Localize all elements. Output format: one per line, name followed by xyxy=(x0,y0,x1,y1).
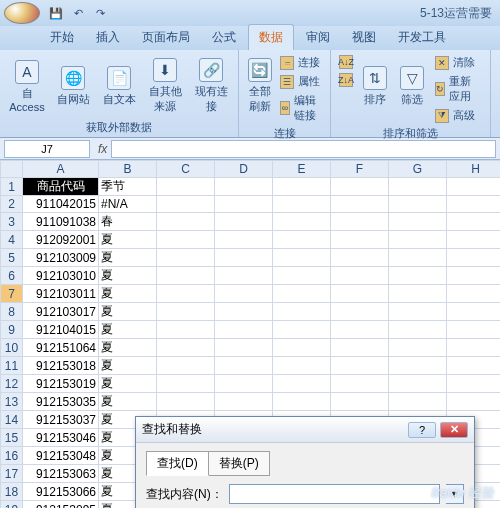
cell[interactable]: 夏 xyxy=(99,321,157,339)
cell[interactable] xyxy=(273,357,331,375)
cell[interactable]: 912153018 xyxy=(23,357,99,375)
cell[interactable]: 夏 xyxy=(99,231,157,249)
cell[interactable] xyxy=(157,303,215,321)
tab-home[interactable]: 开始 xyxy=(40,25,84,50)
row-header[interactable]: 19 xyxy=(1,501,23,509)
cell[interactable]: 夏 xyxy=(99,357,157,375)
cell[interactable] xyxy=(447,285,501,303)
cell[interactable] xyxy=(215,375,273,393)
cell[interactable] xyxy=(215,267,273,285)
cell[interactable] xyxy=(157,357,215,375)
cell[interactable] xyxy=(273,375,331,393)
cell[interactable] xyxy=(389,339,447,357)
cell[interactable] xyxy=(447,178,501,196)
cell[interactable] xyxy=(331,231,389,249)
cell[interactable]: 912151064 xyxy=(23,339,99,357)
cell[interactable]: 912153048 xyxy=(23,447,99,465)
cell[interactable] xyxy=(215,285,273,303)
name-box[interactable]: J7 xyxy=(4,140,90,158)
row-header[interactable]: 16 xyxy=(1,447,23,465)
cell[interactable]: 夏 xyxy=(99,339,157,357)
cell[interactable] xyxy=(157,339,215,357)
cell[interactable] xyxy=(389,249,447,267)
cell[interactable]: 911042015 xyxy=(23,196,99,213)
fx-icon[interactable]: fx xyxy=(94,142,111,156)
cell[interactable] xyxy=(447,375,501,393)
row-header[interactable]: 2 xyxy=(1,196,23,213)
tab-data[interactable]: 数据 xyxy=(248,24,294,50)
cell[interactable] xyxy=(389,321,447,339)
cell[interactable] xyxy=(389,375,447,393)
office-button[interactable] xyxy=(4,2,40,24)
cell[interactable] xyxy=(331,339,389,357)
cell[interactable] xyxy=(331,285,389,303)
tab-review[interactable]: 审阅 xyxy=(296,25,340,50)
cell[interactable]: 912153095 xyxy=(23,501,99,509)
cell[interactable] xyxy=(157,393,215,411)
cell[interactable]: #N/A xyxy=(99,196,157,213)
tab-insert[interactable]: 插入 xyxy=(86,25,130,50)
from-text-button[interactable]: 📄自文本 xyxy=(98,54,140,118)
cell[interactable]: 春 xyxy=(99,213,157,231)
qat-save[interactable]: 💾 xyxy=(48,5,64,21)
cell[interactable] xyxy=(273,267,331,285)
connections-button[interactable]: ⎓连接 xyxy=(278,54,324,71)
row-header[interactable]: 12 xyxy=(1,375,23,393)
col-header-E[interactable]: E xyxy=(273,161,331,178)
cell[interactable] xyxy=(215,213,273,231)
cell[interactable] xyxy=(389,393,447,411)
cell[interactable] xyxy=(331,249,389,267)
row-header[interactable]: 17 xyxy=(1,465,23,483)
row-header[interactable]: 4 xyxy=(1,231,23,249)
cell[interactable] xyxy=(157,375,215,393)
cell[interactable] xyxy=(215,339,273,357)
cell[interactable] xyxy=(447,267,501,285)
cell[interactable] xyxy=(389,303,447,321)
cell[interactable] xyxy=(389,267,447,285)
cell[interactable] xyxy=(157,285,215,303)
cell[interactable] xyxy=(273,196,331,213)
qat-redo[interactable]: ↷ xyxy=(92,5,108,21)
cell[interactable]: 912153066 xyxy=(23,483,99,501)
tab-formula[interactable]: 公式 xyxy=(202,25,246,50)
cell[interactable] xyxy=(273,321,331,339)
cell[interactable]: 911091038 xyxy=(23,213,99,231)
cell[interactable] xyxy=(215,321,273,339)
cell[interactable]: 季节 xyxy=(99,178,157,196)
cell[interactable]: 夏 xyxy=(99,375,157,393)
cell[interactable]: 夏 xyxy=(99,249,157,267)
row-header[interactable]: 14 xyxy=(1,411,23,429)
row-header[interactable]: 11 xyxy=(1,357,23,375)
row-header[interactable]: 18 xyxy=(1,483,23,501)
cell[interactable] xyxy=(447,303,501,321)
cell[interactable]: 912104015 xyxy=(23,321,99,339)
properties-button[interactable]: ☰属性 xyxy=(278,73,324,90)
cell[interactable]: 912153063 xyxy=(23,465,99,483)
cell[interactable] xyxy=(215,393,273,411)
col-header-F[interactable]: F xyxy=(331,161,389,178)
from-web-button[interactable]: 🌐自网站 xyxy=(52,54,94,118)
cell[interactable]: 912103017 xyxy=(23,303,99,321)
edit-links-button[interactable]: ∞编辑链接 xyxy=(278,92,324,124)
sort-button[interactable]: ⇅排序 xyxy=(359,54,392,118)
cell[interactable] xyxy=(389,178,447,196)
cell[interactable] xyxy=(331,213,389,231)
filter-button[interactable]: ▽筛选 xyxy=(396,54,429,118)
cell[interactable] xyxy=(447,231,501,249)
cell[interactable] xyxy=(215,303,273,321)
sort-za-button[interactable]: Z↓A xyxy=(337,72,355,88)
cell[interactable] xyxy=(447,357,501,375)
col-header-B[interactable]: B xyxy=(99,161,157,178)
cell[interactable]: 912153037 xyxy=(23,411,99,429)
cell[interactable]: 912153046 xyxy=(23,429,99,447)
row-header[interactable]: 8 xyxy=(1,303,23,321)
cell[interactable]: 912103011 xyxy=(23,285,99,303)
existing-conn-button[interactable]: 🔗现有连接 xyxy=(190,54,232,118)
from-access-button[interactable]: A自 Access xyxy=(6,54,48,118)
cell[interactable] xyxy=(331,357,389,375)
cell[interactable] xyxy=(157,196,215,213)
cell[interactable]: 夏 xyxy=(99,303,157,321)
row-header[interactable]: 1 xyxy=(1,178,23,196)
advanced-filter-button[interactable]: ⧩高级 xyxy=(433,107,484,124)
cell[interactable] xyxy=(447,196,501,213)
